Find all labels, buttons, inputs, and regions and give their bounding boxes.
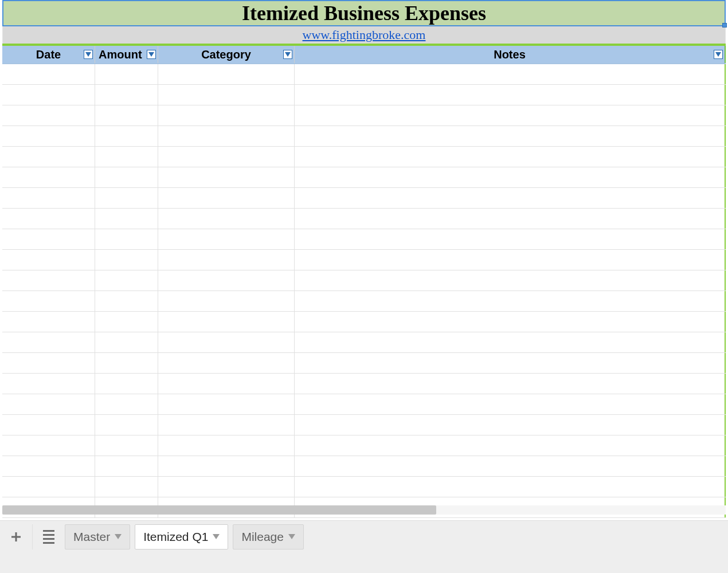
add-sheet-button[interactable] bbox=[5, 524, 28, 550]
filter-button-date[interactable] bbox=[84, 50, 93, 59]
cell[interactable] bbox=[158, 85, 295, 105]
cell[interactable] bbox=[2, 456, 95, 476]
cell[interactable] bbox=[2, 374, 95, 394]
cell[interactable] bbox=[158, 312, 295, 332]
cell[interactable] bbox=[295, 85, 726, 105]
cell[interactable] bbox=[95, 209, 158, 229]
cell[interactable] bbox=[2, 353, 95, 373]
cell[interactable] bbox=[2, 167, 95, 187]
cell[interactable] bbox=[2, 85, 95, 105]
cell[interactable] bbox=[95, 456, 158, 476]
cell[interactable] bbox=[295, 435, 726, 456]
cell[interactable] bbox=[95, 435, 158, 456]
cell[interactable] bbox=[2, 291, 95, 311]
cell[interactable] bbox=[95, 167, 158, 187]
cell[interactable] bbox=[158, 229, 295, 249]
cell[interactable] bbox=[95, 291, 158, 311]
sheet-tab-itemized-menu[interactable] bbox=[213, 534, 220, 540]
table-row[interactable] bbox=[2, 250, 726, 270]
table-row[interactable] bbox=[2, 394, 726, 415]
cell[interactable] bbox=[2, 126, 95, 146]
table-row[interactable] bbox=[2, 147, 726, 167]
sheet-tab-itemized[interactable]: Itemized Q1 bbox=[135, 524, 228, 550]
cell[interactable] bbox=[95, 147, 158, 167]
cell[interactable] bbox=[295, 147, 726, 167]
table-row[interactable] bbox=[2, 435, 726, 456]
table-row[interactable] bbox=[2, 477, 726, 497]
cell[interactable] bbox=[158, 332, 295, 352]
cell[interactable] bbox=[158, 415, 295, 435]
cell[interactable] bbox=[2, 105, 95, 125]
cell[interactable] bbox=[158, 353, 295, 373]
cell[interactable] bbox=[295, 394, 726, 414]
table-row[interactable] bbox=[2, 188, 726, 209]
cell[interactable] bbox=[295, 188, 726, 208]
all-sheets-button[interactable] bbox=[37, 524, 60, 550]
table-row[interactable] bbox=[2, 105, 726, 126]
cell[interactable] bbox=[295, 126, 726, 146]
cell[interactable] bbox=[295, 105, 726, 125]
cell[interactable] bbox=[158, 394, 295, 414]
subtitle-link[interactable]: www.fightingbroke.com bbox=[303, 28, 426, 42]
cell[interactable] bbox=[158, 209, 295, 229]
cell[interactable] bbox=[158, 291, 295, 311]
cell[interactable] bbox=[295, 312, 726, 332]
cell[interactable] bbox=[295, 353, 726, 373]
title-cell[interactable]: Itemized Business Expenses bbox=[2, 0, 726, 26]
cell[interactable] bbox=[2, 312, 95, 332]
cell[interactable] bbox=[2, 394, 95, 414]
cell[interactable] bbox=[158, 477, 295, 497]
table-row[interactable] bbox=[2, 229, 726, 250]
cell[interactable] bbox=[295, 415, 726, 435]
cell[interactable] bbox=[158, 147, 295, 167]
cell[interactable] bbox=[95, 64, 158, 84]
cell[interactable] bbox=[2, 415, 95, 435]
column-header-category[interactable]: Category bbox=[158, 46, 295, 63]
cell[interactable] bbox=[2, 332, 95, 352]
cell[interactable] bbox=[95, 229, 158, 249]
cell[interactable] bbox=[2, 250, 95, 270]
cell[interactable] bbox=[295, 167, 726, 187]
cell[interactable] bbox=[295, 291, 726, 311]
table-row[interactable] bbox=[2, 456, 726, 477]
filter-button-amount[interactable] bbox=[147, 50, 156, 59]
column-header-notes[interactable]: Notes bbox=[295, 46, 726, 63]
sheet-tab-master[interactable]: Master bbox=[65, 524, 130, 550]
cell[interactable] bbox=[95, 332, 158, 352]
cell[interactable] bbox=[295, 456, 726, 476]
cell[interactable] bbox=[95, 415, 158, 435]
cell[interactable] bbox=[158, 64, 295, 84]
cell[interactable] bbox=[2, 147, 95, 167]
table-row[interactable] bbox=[2, 374, 726, 394]
cell[interactable] bbox=[2, 209, 95, 229]
table-row[interactable] bbox=[2, 270, 726, 291]
cell[interactable] bbox=[158, 270, 295, 291]
horizontal-scrollbar-thumb[interactable] bbox=[2, 505, 436, 515]
cell[interactable] bbox=[295, 270, 726, 291]
cell[interactable] bbox=[95, 394, 158, 414]
table-row[interactable] bbox=[2, 291, 726, 312]
sheet-tab-mileage-menu[interactable] bbox=[288, 534, 295, 540]
cell[interactable] bbox=[95, 250, 158, 270]
cell[interactable] bbox=[95, 188, 158, 208]
column-header-amount[interactable]: Amount bbox=[95, 46, 158, 63]
cell[interactable] bbox=[95, 270, 158, 291]
cell[interactable] bbox=[158, 126, 295, 146]
cell[interactable] bbox=[95, 312, 158, 332]
cell[interactable] bbox=[158, 374, 295, 394]
cell[interactable] bbox=[95, 105, 158, 125]
cell[interactable] bbox=[295, 374, 726, 394]
cell[interactable] bbox=[95, 374, 158, 394]
table-row[interactable] bbox=[2, 85, 726, 105]
cell[interactable] bbox=[2, 477, 95, 497]
cell[interactable] bbox=[295, 64, 726, 84]
table-row[interactable] bbox=[2, 209, 726, 229]
filter-button-notes[interactable] bbox=[714, 50, 723, 59]
cell[interactable] bbox=[95, 85, 158, 105]
filter-button-category[interactable] bbox=[283, 50, 292, 59]
column-header-date[interactable]: Date bbox=[2, 46, 95, 63]
cell[interactable] bbox=[158, 435, 295, 456]
cell[interactable] bbox=[2, 64, 95, 84]
sheet-tab-mileage[interactable]: Mileage bbox=[233, 524, 304, 550]
table-row[interactable] bbox=[2, 64, 726, 85]
